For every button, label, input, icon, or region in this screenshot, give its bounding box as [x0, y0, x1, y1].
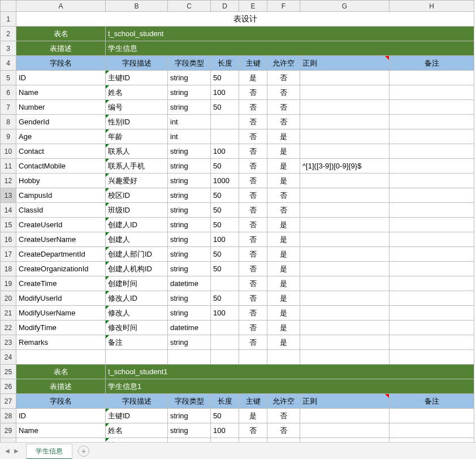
- cell[interactable]: [106, 350, 168, 365]
- cell[interactable]: [300, 174, 390, 188]
- cell[interactable]: 创建人: [106, 232, 168, 247]
- cell[interactable]: [168, 350, 211, 365]
- cell[interactable]: ID: [16, 409, 106, 423]
- col-header-A[interactable]: A: [16, 1, 106, 12]
- cell[interactable]: 否: [267, 438, 300, 443]
- cell[interactable]: 否: [239, 262, 267, 276]
- cell[interactable]: 50: [211, 203, 239, 218]
- cell[interactable]: [390, 350, 474, 365]
- cell[interactable]: [300, 409, 390, 423]
- cell[interactable]: 姓名: [106, 423, 168, 438]
- cell[interactable]: ClassId: [16, 203, 106, 218]
- row-header[interactable]: 7: [1, 100, 16, 115]
- cell[interactable]: 允许空: [267, 394, 300, 409]
- cell[interactable]: [390, 85, 474, 100]
- cell[interactable]: [390, 409, 474, 423]
- cell[interactable]: [390, 188, 474, 203]
- cell[interactable]: [211, 115, 239, 129]
- cell[interactable]: [211, 335, 239, 350]
- cell[interactable]: 允许空: [267, 56, 300, 71]
- row-header[interactable]: 2: [1, 27, 16, 41]
- cell[interactable]: ModifyTime: [16, 321, 106, 335]
- cell[interactable]: [390, 291, 474, 306]
- row-header[interactable]: 17: [1, 247, 16, 262]
- cell[interactable]: 表描述: [16, 41, 106, 56]
- cell[interactable]: 联系人手机: [106, 159, 168, 174]
- cell[interactable]: [300, 218, 390, 232]
- cell[interactable]: 创建人ID: [106, 218, 168, 232]
- cell[interactable]: 学生信息: [106, 41, 474, 56]
- col-header-F[interactable]: F: [267, 1, 300, 12]
- col-header-B[interactable]: B: [106, 1, 168, 12]
- cell[interactable]: [300, 188, 390, 203]
- cell[interactable]: string: [168, 203, 211, 218]
- cell[interactable]: 表设计: [16, 12, 474, 27]
- add-sheet-button[interactable]: +: [78, 445, 89, 457]
- cell[interactable]: 否: [239, 423, 267, 438]
- cell[interactable]: 是: [267, 144, 300, 159]
- cell[interactable]: [300, 423, 390, 438]
- cell[interactable]: 字段名: [16, 56, 106, 71]
- col-header-D[interactable]: D: [211, 1, 239, 12]
- row-header[interactable]: 25: [1, 365, 16, 379]
- cell[interactable]: 主键: [239, 394, 267, 409]
- cell[interactable]: [267, 350, 300, 365]
- cell[interactable]: 字段类型: [168, 394, 211, 409]
- cell[interactable]: [300, 71, 390, 85]
- cell[interactable]: 否: [239, 291, 267, 306]
- cell[interactable]: [390, 71, 474, 85]
- cell[interactable]: 主键: [239, 56, 267, 71]
- cell[interactable]: CampusId: [16, 188, 106, 203]
- cell[interactable]: 50: [211, 188, 239, 203]
- cell[interactable]: ^[1]([3-9])[0-9]{9}$: [300, 159, 390, 174]
- cell[interactable]: 否: [239, 247, 267, 262]
- row-header[interactable]: 27: [1, 394, 16, 409]
- row-header[interactable]: 6: [1, 85, 16, 100]
- tab-nav-prev-icon[interactable]: ◀: [3, 447, 11, 455]
- select-all-corner[interactable]: [1, 1, 16, 12]
- cell[interactable]: Contact: [16, 144, 106, 159]
- cell[interactable]: 创建人部门ID: [106, 247, 168, 262]
- cell[interactable]: 50: [211, 262, 239, 276]
- cell[interactable]: int: [168, 115, 211, 129]
- cell[interactable]: 字段描述: [106, 56, 168, 71]
- cell[interactable]: 否: [239, 85, 267, 100]
- cell[interactable]: string: [168, 188, 211, 203]
- cell[interactable]: string: [168, 291, 211, 306]
- cell[interactable]: [211, 438, 239, 443]
- cell[interactable]: [300, 203, 390, 218]
- cell[interactable]: [300, 291, 390, 306]
- cell[interactable]: CreateUserName: [16, 232, 106, 247]
- cell[interactable]: Name: [16, 423, 106, 438]
- cell[interactable]: [300, 247, 390, 262]
- cell[interactable]: string: [168, 232, 211, 247]
- cell[interactable]: 主键ID: [106, 409, 168, 423]
- cell[interactable]: string: [168, 71, 211, 85]
- cell[interactable]: 校区ID: [106, 188, 168, 203]
- row-header[interactable]: 1: [1, 12, 16, 27]
- cell[interactable]: 姓名: [106, 85, 168, 100]
- cell[interactable]: [390, 100, 474, 115]
- cell[interactable]: [211, 129, 239, 144]
- row-header[interactable]: 21: [1, 306, 16, 321]
- cell[interactable]: CreateTime: [16, 276, 106, 291]
- cell[interactable]: 字段描述: [106, 394, 168, 409]
- cell[interactable]: string: [168, 335, 211, 350]
- cell[interactable]: [390, 335, 474, 350]
- cell[interactable]: 是: [267, 291, 300, 306]
- cell[interactable]: int: [168, 129, 211, 144]
- cell[interactable]: ModifyUserName: [16, 306, 106, 321]
- cell[interactable]: [390, 321, 474, 335]
- cell[interactable]: [211, 350, 239, 365]
- cell[interactable]: [390, 306, 474, 321]
- cell[interactable]: 100: [211, 232, 239, 247]
- cell[interactable]: string: [168, 159, 211, 174]
- cell[interactable]: [390, 262, 474, 276]
- cell[interactable]: 否: [239, 438, 267, 443]
- cell[interactable]: 否: [267, 85, 300, 100]
- cell[interactable]: [300, 129, 390, 144]
- cell[interactable]: 字段类型: [168, 56, 211, 71]
- cell[interactable]: ContactMobile: [16, 159, 106, 174]
- cell[interactable]: 长度: [211, 394, 239, 409]
- row-header[interactable]: 30: [1, 438, 16, 443]
